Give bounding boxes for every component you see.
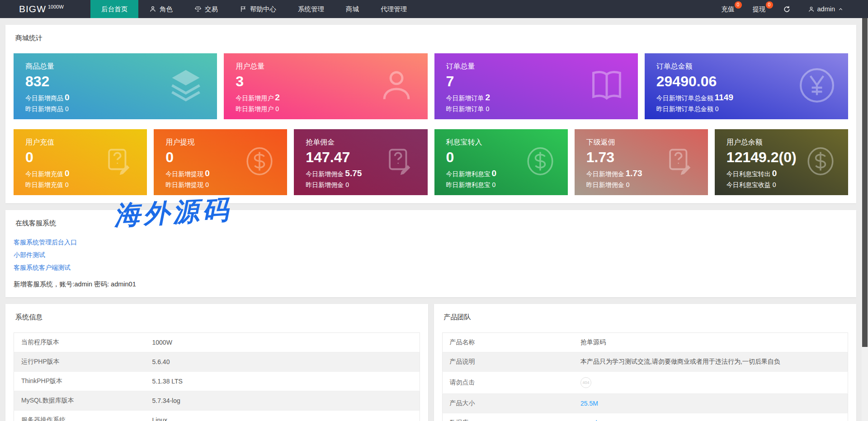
menu-item-agent[interactable]: 代理管理 xyxy=(370,0,418,18)
row-value: 5.6.40 xyxy=(145,352,420,372)
user-menu[interactable]: admin xyxy=(799,0,850,18)
stat-card-yesterday: 昨日新增充值0 xyxy=(25,179,135,190)
question-doc-icon xyxy=(104,145,135,179)
service-admin-entry-link[interactable]: 客服系统管理后台入口 xyxy=(14,236,848,248)
table-row: 产品大小 25.5M xyxy=(442,394,848,413)
widget-test-link[interactable]: 小部件测试 xyxy=(14,248,848,261)
chevron-up-icon xyxy=(838,6,844,12)
table-row: MySQL数据库版本 5.7.34-log xyxy=(14,391,420,411)
stat-card-user-balance-total: 用户总余额 12149.2(0) 今日利息宝转出0 今日利息宝收益0 xyxy=(715,129,848,195)
do-not-click-badge[interactable]: 404 xyxy=(580,377,591,388)
stats-row-1: 商品总量 832 今日新增商品0 昨日新增商品0 用户总量 3 今日新增用户2 … xyxy=(14,53,848,119)
question-doc-icon xyxy=(384,145,416,179)
menu-item-home[interactable]: 后台首页 xyxy=(90,0,138,18)
row-label: 请勿点击 xyxy=(442,372,573,394)
scrollbar-thumb[interactable] xyxy=(862,18,868,347)
username: admin xyxy=(817,5,835,13)
navbar-right: 充值 0 提现 0 admin xyxy=(712,0,868,18)
system-info-panel: 系统信息 当前程序版本 1000W 运行PHP版本 5.6.40 ThinkPH… xyxy=(5,304,428,421)
menu-item-trade[interactable]: 交易 xyxy=(184,0,229,18)
row-label: 服务器操作系统 xyxy=(14,411,145,421)
stat-card-sub-rebate: 下级返佣 1.73 今日新增佣金1.73 昨日新增佣金0 xyxy=(575,129,708,195)
menu-item-label: 商城 xyxy=(346,5,359,14)
withdraw-badge: 0 xyxy=(766,1,773,9)
row-label: 产品大小 xyxy=(442,394,573,413)
main-menu: 后台首页 角色 交易 帮助中心 系统管理 商城 代理管理 xyxy=(90,0,418,18)
stat-card-yesterday: 昨日新增佣金0 xyxy=(586,179,696,190)
menu-item-help-center[interactable]: 帮助中心 xyxy=(229,0,287,18)
dollar-circle-icon xyxy=(244,145,275,179)
customer-service-panel: 在线客服系统 客服系统管理后台入口 小部件测试 客服系统客户端测试 新增客服系统… xyxy=(5,210,856,297)
product-size-link[interactable]: 25.5M xyxy=(580,400,598,407)
stat-card-orders-total: 订单总量 7 今日新增订单2 昨日新增订单0 xyxy=(434,53,638,119)
stat-card-yesterday: 昨日新增佣金0 xyxy=(306,179,415,190)
scales-icon xyxy=(194,5,202,13)
stat-card-users-total: 用户总量 3 今日新增用户2 昨日新增用户0 xyxy=(224,53,427,119)
bottom-panels: 系统信息 当前程序版本 1000W 运行PHP版本 5.6.40 ThinkPH… xyxy=(5,297,856,421)
row-value: 本产品只为学习测试交流,请勿要做商业或者用于违法行为,一切后果自负 xyxy=(573,352,848,372)
dollar-circle-icon xyxy=(805,145,836,179)
menu-item-roles[interactable]: 角色 xyxy=(138,0,184,18)
stat-card-user-withdraw: 用户提现 0 今日新增提现0 昨日新增提现0 xyxy=(154,129,287,195)
stats-row-2: 用户充值 0 今日新增充值0 昨日新增充值0 用户提现 0 今日新增提现0 昨日… xyxy=(14,129,848,195)
row-label: MySQL数据库版本 xyxy=(14,391,145,411)
recharge-label: 充值 xyxy=(722,5,735,14)
row-value: Linux xyxy=(145,411,420,421)
stat-card-yesterday: 今日利息宝收益0 xyxy=(726,179,836,190)
menu-item-label: 代理管理 xyxy=(381,5,407,14)
withdraw-button[interactable]: 提现 0 xyxy=(744,0,775,18)
menu-item-label: 系统管理 xyxy=(298,5,324,14)
flag-icon xyxy=(240,5,247,13)
app-logo-text: BIGW xyxy=(19,4,46,14)
refresh-icon xyxy=(783,5,791,13)
table-row: 产品名称 抢单源码 xyxy=(442,333,848,352)
refresh-button[interactable] xyxy=(775,0,799,18)
book-icon xyxy=(587,66,626,107)
page-content: 商城统计 商品总量 832 今日新增商品0 昨日新增商品0 用户总量 3 今日新… xyxy=(0,25,862,421)
row-value: 5.7.34-log xyxy=(145,391,420,411)
product-team-panel: 产品团队 产品名称 抢单源码 产品说明 本产品只为学习测试交流,请勿要做商业或者… xyxy=(434,304,857,421)
row-value: 5.1.38 LTS xyxy=(145,372,420,391)
row-label: 数据库 xyxy=(442,413,573,421)
layers-icon xyxy=(166,66,205,107)
row-value: 25.5M xyxy=(573,394,848,413)
table-row: 当前程序版本 1000W xyxy=(14,333,420,352)
menu-item-label: 后台首页 xyxy=(101,5,127,14)
system-info-title: 系统信息 xyxy=(15,313,418,322)
recharge-badge: 0 xyxy=(735,1,742,9)
mall-stats-panel: 商城统计 商品总量 832 今日新增商品0 昨日新增商品0 用户总量 3 今日新… xyxy=(5,25,856,203)
stat-card-grab-commission: 抢单佣金 147.47 今日新增佣金5.75 昨日新增佣金0 xyxy=(294,129,427,195)
table-row: 服务器操作系统 Linux xyxy=(14,411,420,421)
recharge-button[interactable]: 充值 0 xyxy=(712,0,744,18)
customer-service-links: 客服系统管理后台入口 小部件测试 客服系统客户端测试 xyxy=(14,236,848,274)
row-value: mysql xyxy=(573,413,848,421)
user-icon xyxy=(149,5,156,13)
system-info-table: 当前程序版本 1000W 运行PHP版本 5.6.40 ThinkPHP版本 5… xyxy=(14,332,420,421)
database-link[interactable]: mysql xyxy=(580,419,597,421)
table-row: 请勿点击 404 xyxy=(442,372,848,394)
user-icon xyxy=(377,66,416,107)
menu-item-mall[interactable]: 商城 xyxy=(335,0,370,18)
stat-card-products-total: 商品总量 832 今日新增商品0 昨日新增商品0 xyxy=(14,53,217,119)
table-row: ThinkPHP版本 5.1.38 LTS xyxy=(14,372,420,391)
row-label: 当前程序版本 xyxy=(14,333,145,352)
table-row: 数据库 mysql xyxy=(442,413,848,421)
stat-card-yesterday: 昨日新增利息宝0 xyxy=(446,179,556,190)
table-row: 运行PHP版本 5.6.40 xyxy=(14,352,420,372)
app-logo-version: 1000W xyxy=(48,4,64,9)
question-doc-icon xyxy=(665,145,696,179)
table-row: 产品说明 本产品只为学习测试交流,请勿要做商业或者用于违法行为,一切后果自负 xyxy=(442,352,848,372)
row-label: ThinkPHP版本 xyxy=(14,372,145,391)
top-navbar: BIGW 1000W 后台首页 角色 交易 帮助中心 系统管理 商城 代理管理 xyxy=(0,0,868,18)
row-value: 404 xyxy=(573,372,848,394)
customer-service-title: 在线客服系统 xyxy=(15,219,846,228)
menu-item-label: 角色 xyxy=(160,5,173,14)
mall-stats-title: 商城统计 xyxy=(15,34,846,42)
menu-item-system[interactable]: 系统管理 xyxy=(287,0,335,18)
menu-item-label: 帮助中心 xyxy=(250,5,276,14)
row-value: 1000W xyxy=(145,333,420,352)
product-team-title: 产品团队 xyxy=(444,313,847,322)
service-client-test-link[interactable]: 客服系统客户端测试 xyxy=(14,261,848,274)
yen-circle-icon xyxy=(797,66,836,107)
service-account-note: 新增客服系统，账号:admin 密码: admin01 xyxy=(14,279,848,289)
